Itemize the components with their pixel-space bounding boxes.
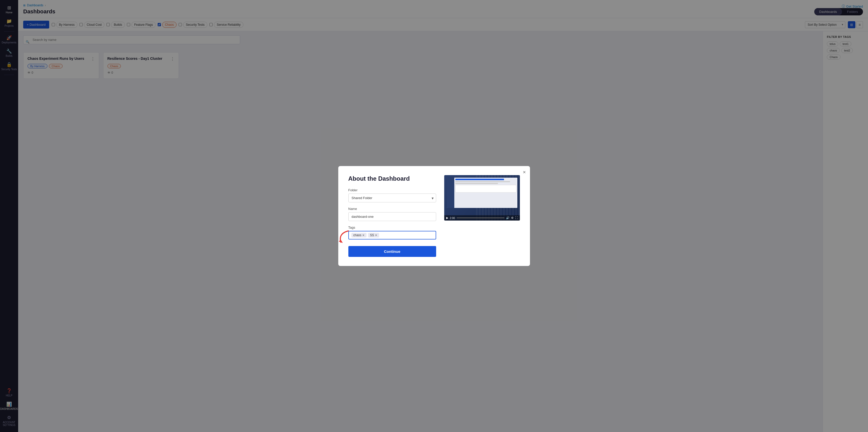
video-progress-bar[interactable] bbox=[457, 217, 504, 218]
video-controls-icons: 🔊 ⚙ ⛶ bbox=[506, 216, 518, 219]
fullscreen-icon[interactable]: ⛶ bbox=[515, 216, 518, 219]
tag-chip-label: SS bbox=[370, 234, 374, 237]
tags-input-wrap[interactable]: chaos × SS × bbox=[348, 231, 436, 240]
modal-overlay[interactable]: × About the Dashboard Folder Shared Fold… bbox=[0, 0, 868, 432]
video-preview-content bbox=[447, 178, 517, 208]
play-icon[interactable]: ▶ bbox=[446, 216, 448, 219]
video-time: 2:00 bbox=[450, 216, 455, 219]
arrow-svg bbox=[333, 228, 353, 246]
folder-select[interactable]: Shared Folder bbox=[348, 193, 436, 203]
tag-chip-ss: SS × bbox=[368, 233, 379, 238]
video-controls: ▶ 2:00 🔊 ⚙ ⛶ bbox=[444, 215, 520, 220]
modal-right: ▶ 2:00 🔊 ⚙ ⛶ bbox=[444, 175, 520, 257]
name-group: Name bbox=[348, 207, 436, 221]
modal-close-button[interactable]: × bbox=[523, 169, 526, 175]
modal-left: About the Dashboard Folder Shared Folder… bbox=[348, 175, 436, 257]
continue-button[interactable]: Continue bbox=[348, 246, 436, 257]
tag-chip-label: chaos bbox=[353, 234, 362, 237]
settings-icon[interactable]: ⚙ bbox=[511, 216, 514, 219]
folder-select-wrap: Shared Folder bbox=[348, 193, 436, 203]
volume-icon[interactable]: 🔊 bbox=[506, 216, 509, 219]
tag-chip-remove-chaos[interactable]: × bbox=[363, 234, 365, 237]
tags-text-input[interactable] bbox=[381, 234, 433, 237]
name-input[interactable] bbox=[348, 212, 436, 221]
folder-group: Folder Shared Folder bbox=[348, 188, 436, 203]
folder-label: Folder bbox=[348, 188, 436, 192]
modal: × About the Dashboard Folder Shared Fold… bbox=[338, 166, 530, 266]
name-label: Name bbox=[348, 207, 436, 211]
tag-chip-remove-ss[interactable]: × bbox=[375, 234, 377, 237]
tags-label: Tags bbox=[348, 225, 436, 229]
modal-title: About the Dashboard bbox=[348, 175, 436, 182]
tags-group: Tags chaos × SS × bbox=[348, 225, 436, 240]
video-thumbnail[interactable]: ▶ 2:00 🔊 ⚙ ⛶ bbox=[444, 175, 520, 220]
tag-chip-chaos: chaos × bbox=[351, 233, 367, 238]
arrow-indicator bbox=[333, 228, 353, 247]
